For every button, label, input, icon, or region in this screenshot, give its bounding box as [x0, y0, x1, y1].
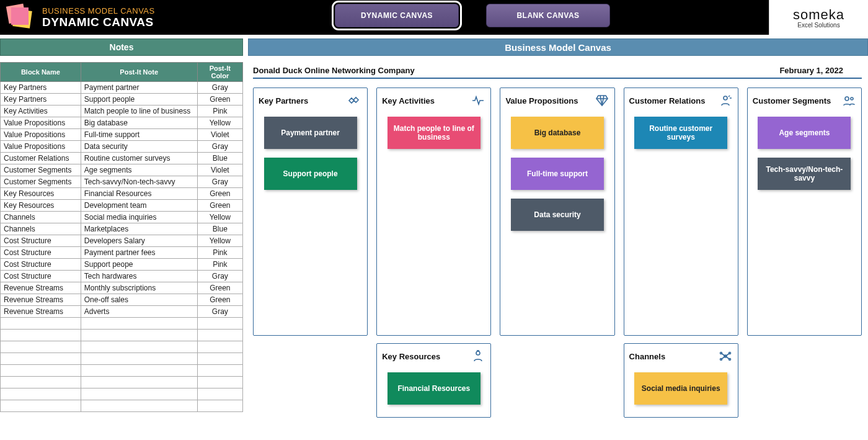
- table-cell[interactable]: Green: [197, 94, 242, 106]
- table-row[interactable]: Key ResourcesFinancial ResourcesGreen: [1, 188, 243, 200]
- table-row[interactable]: [1, 353, 243, 365]
- table-row[interactable]: Cost StructureSupport peopePink: [1, 259, 243, 271]
- table-cell[interactable]: Marketplaces: [81, 223, 197, 235]
- table-cell[interactable]: Gray: [197, 271, 242, 282]
- sticker[interactable]: Social media inquiries: [634, 372, 727, 405]
- table-cell[interactable]: Yellow: [197, 117, 242, 129]
- table-cell[interactable]: Development team: [81, 200, 197, 212]
- table-cell[interactable]: Channels: [1, 223, 81, 235]
- table-row[interactable]: Cost StructureDevelopers SalaryYellow: [1, 235, 243, 247]
- table-cell[interactable]: [197, 377, 242, 388]
- table-cell[interactable]: [197, 341, 242, 353]
- table-cell[interactable]: Pink: [197, 247, 242, 259]
- table-row[interactable]: [1, 400, 243, 412]
- table-cell[interactable]: Key Partners: [1, 82, 81, 94]
- table-cell[interactable]: Pink: [197, 106, 242, 117]
- table-cell[interactable]: [1, 377, 81, 388]
- table-row[interactable]: [1, 388, 243, 400]
- table-row[interactable]: Key PartnersSupport peopleGreen: [1, 94, 243, 106]
- table-row[interactable]: Customer RelationsRoutine customer surve…: [1, 153, 243, 164]
- table-cell[interactable]: Payment partner fees: [81, 247, 197, 259]
- table-cell[interactable]: Monthly subscriptions: [81, 282, 197, 294]
- table-cell[interactable]: Revenue Streams: [1, 306, 81, 318]
- table-row[interactable]: Cost StructurePayment partner feesPink: [1, 247, 243, 259]
- table-cell[interactable]: Value Propositions: [1, 117, 81, 129]
- table-cell[interactable]: Revenue Streams: [1, 282, 81, 294]
- table-row[interactable]: [1, 377, 243, 388]
- table-cell[interactable]: [81, 318, 197, 330]
- sticker[interactable]: Routine customer surveys: [634, 117, 727, 149]
- table-cell[interactable]: [1, 341, 81, 353]
- table-cell[interactable]: Developers Salary: [81, 235, 197, 247]
- table-cell[interactable]: Green: [197, 282, 242, 294]
- table-cell[interactable]: Key Resources: [1, 188, 81, 200]
- table-cell[interactable]: Gray: [197, 82, 242, 94]
- table-cell[interactable]: Gray: [197, 176, 242, 188]
- table-row[interactable]: Customer SegmentsTech-savvy/Non-tech-sav…: [1, 176, 243, 188]
- table-cell[interactable]: Big database: [81, 117, 197, 129]
- table-cell[interactable]: [81, 353, 197, 365]
- sticker[interactable]: Match people to line of business: [388, 117, 480, 149]
- table-cell[interactable]: Support people: [81, 94, 197, 106]
- table-cell[interactable]: [197, 365, 242, 377]
- table-row[interactable]: [1, 365, 243, 377]
- table-row[interactable]: [1, 341, 243, 353]
- table-cell[interactable]: Tech hardwares: [81, 271, 197, 282]
- table-row[interactable]: [1, 318, 243, 330]
- sticker[interactable]: Financial Resources: [388, 372, 480, 405]
- sticker[interactable]: Tech-savvy/Non-tech-savvy: [758, 158, 851, 190]
- table-row[interactable]: Customer SegmentsAge segmentsViolet: [1, 164, 243, 176]
- table-cell[interactable]: Blue: [197, 223, 242, 235]
- table-cell[interactable]: Cost Structure: [1, 259, 81, 271]
- table-cell[interactable]: Channels: [1, 212, 81, 223]
- table-cell[interactable]: Data security: [81, 141, 197, 153]
- table-cell[interactable]: [1, 353, 81, 365]
- table-row[interactable]: Revenue StreamsMonthly subscriptionsGree…: [1, 282, 243, 294]
- table-cell[interactable]: Support peope: [81, 259, 197, 271]
- sticker[interactable]: Data security: [511, 199, 604, 231]
- table-row[interactable]: Revenue StreamsAdvertsGray: [1, 306, 243, 318]
- table-cell[interactable]: [1, 365, 81, 377]
- table-cell[interactable]: Blue: [197, 153, 242, 164]
- table-row[interactable]: Value PropositionsBig databaseYellow: [1, 117, 243, 129]
- table-cell[interactable]: [197, 353, 242, 365]
- sticker[interactable]: Big database: [511, 117, 604, 149]
- table-row[interactable]: ChannelsSocial media inquiriesYellow: [1, 212, 243, 223]
- table-cell[interactable]: Match people to line of business: [81, 106, 197, 117]
- table-row[interactable]: Revenue StreamsOne-off salesGreen: [1, 294, 243, 306]
- table-cell[interactable]: Cost Structure: [1, 271, 81, 282]
- table-cell[interactable]: Key Activities: [1, 106, 81, 117]
- table-cell[interactable]: [81, 377, 197, 388]
- table-cell[interactable]: [1, 318, 81, 330]
- table-cell[interactable]: Violet: [197, 164, 242, 176]
- table-cell[interactable]: [81, 365, 197, 377]
- table-cell[interactable]: [197, 330, 242, 341]
- table-row[interactable]: [1, 330, 243, 341]
- sticker[interactable]: Payment partner: [264, 117, 357, 149]
- table-cell[interactable]: [81, 400, 197, 412]
- table-cell[interactable]: [197, 388, 242, 400]
- table-row[interactable]: Key PartnersPayment partnerGray: [1, 82, 243, 94]
- table-cell[interactable]: Yellow: [197, 212, 242, 223]
- table-row[interactable]: ChannelsMarketplacesBlue: [1, 223, 243, 235]
- table-cell[interactable]: Cost Structure: [1, 247, 81, 259]
- tab-dynamic-canvas[interactable]: DYNAMIC CANVAS: [335, 4, 459, 27]
- table-cell[interactable]: Green: [197, 188, 242, 200]
- table-cell[interactable]: Social media inquiries: [81, 212, 197, 223]
- table-cell[interactable]: Full-time support: [81, 129, 197, 141]
- table-cell[interactable]: [81, 330, 197, 341]
- table-cell[interactable]: Gray: [197, 141, 242, 153]
- table-row[interactable]: Value PropositionsFull-time supportViole…: [1, 129, 243, 141]
- table-cell[interactable]: [81, 388, 197, 400]
- table-cell[interactable]: Green: [197, 294, 242, 306]
- tab-blank-canvas[interactable]: BLANK CANVAS: [486, 4, 610, 27]
- table-cell[interactable]: Tech-savvy/Non-tech-savvy: [81, 176, 197, 188]
- table-cell[interactable]: Key Partners: [1, 94, 81, 106]
- table-cell[interactable]: [197, 400, 242, 412]
- table-cell[interactable]: Gray: [197, 306, 242, 318]
- sticker[interactable]: Support people: [264, 158, 357, 190]
- table-row[interactable]: Key ResourcesDevelopment teamGreen: [1, 200, 243, 212]
- table-cell[interactable]: Adverts: [81, 306, 197, 318]
- table-cell[interactable]: [1, 388, 81, 400]
- table-cell[interactable]: Revenue Streams: [1, 294, 81, 306]
